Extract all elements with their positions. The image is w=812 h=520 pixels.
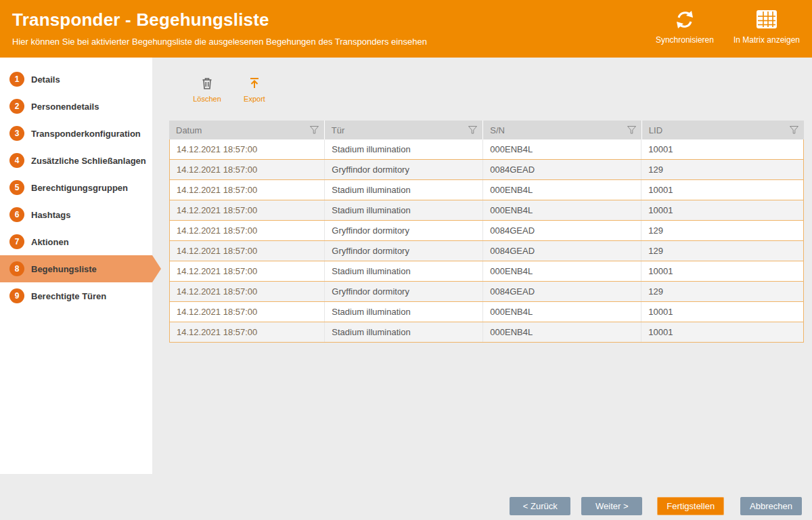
delete-label: Löschen xyxy=(193,95,221,103)
cell-lid: 129 xyxy=(641,221,803,240)
step-number-badge: 7 xyxy=(9,234,24,249)
cell-datum: 14.12.2021 18:57:00 xyxy=(170,241,325,261)
cell-lid: 10001 xyxy=(641,302,803,322)
main-row: 1Details2Personendetails3Transponderkonf… xyxy=(0,58,812,474)
page-title: Transponder - Begehungsliste xyxy=(12,9,427,30)
cell-tuer: Stadium illumination xyxy=(325,261,483,281)
export-icon xyxy=(248,77,261,93)
sync-icon xyxy=(675,9,695,32)
cell-tuer: Gryffindor dormitory xyxy=(325,241,483,261)
table-row[interactable]: 14.12.2021 18:57:00Gryffindor dormitory0… xyxy=(170,221,803,241)
next-button[interactable]: Weiter > xyxy=(581,497,642,515)
table-header-row: DatumTürS/NLID xyxy=(169,121,804,139)
filter-icon[interactable] xyxy=(627,126,636,134)
step-number-badge: 6 xyxy=(9,207,24,222)
cell-sn: 0084GEAD xyxy=(483,241,641,261)
export-button[interactable]: Export xyxy=(237,77,272,103)
table-row[interactable]: 14.12.2021 18:57:00Stadium illumination0… xyxy=(170,261,803,282)
sidebar-item-2[interactable]: 2Personendetails xyxy=(0,93,152,120)
sidebar-item-1[interactable]: 1Details xyxy=(0,66,152,93)
table-row[interactable]: 14.12.2021 18:57:00Stadium illumination0… xyxy=(170,302,803,322)
sidebar-item-label: Zusätzliche Schließanlagen xyxy=(31,156,146,166)
cell-sn: 0084GEAD xyxy=(483,160,641,179)
cell-datum: 14.12.2021 18:57:00 xyxy=(170,302,325,322)
cell-lid: 10001 xyxy=(641,261,803,281)
header-text: Transponder - Begehungsliste Hier können… xyxy=(12,9,427,47)
matrix-icon xyxy=(756,9,777,32)
cell-tuer: Gryffindor dormitory xyxy=(325,282,483,301)
step-number-badge: 8 xyxy=(9,261,24,276)
table-row[interactable]: 14.12.2021 18:57:00Stadium illumination0… xyxy=(170,139,803,160)
column-header-label: S/N xyxy=(490,125,505,135)
table-row[interactable]: 14.12.2021 18:57:00Gryffindor dormitory0… xyxy=(170,282,803,302)
sidebar-item-label: Details xyxy=(31,74,60,85)
step-number-badge: 1 xyxy=(9,72,24,87)
cell-lid: 10001 xyxy=(641,139,803,159)
column-header-2[interactable]: Tür xyxy=(325,121,484,139)
sidebar-item-7[interactable]: 7Aktionen xyxy=(0,228,152,255)
table-row[interactable]: 14.12.2021 18:57:00Stadium illumination0… xyxy=(170,180,803,200)
cell-tuer: Stadium illumination xyxy=(325,139,483,159)
column-header-label: Tür xyxy=(332,125,345,135)
cell-sn: 000ENB4L xyxy=(483,261,641,281)
app-header: Transponder - Begehungsliste Hier können… xyxy=(0,0,812,58)
table-row[interactable]: 14.12.2021 18:57:00Stadium illumination0… xyxy=(170,322,803,343)
header-actions: Synchronisieren In Matrix anzeigen xyxy=(654,9,800,45)
column-header-1[interactable]: Datum xyxy=(169,121,325,139)
sidebar-item-6[interactable]: 6Hashtags xyxy=(0,201,152,228)
step-number-badge: 4 xyxy=(9,153,24,168)
back-button[interactable]: < Zurück xyxy=(510,497,570,515)
sidebar-item-3[interactable]: 3Transponderkonfiguration xyxy=(0,120,152,147)
cell-tuer: Gryffindor dormitory xyxy=(325,221,483,240)
show-in-matrix-button[interactable]: In Matrix anzeigen xyxy=(734,9,800,45)
table-body: 14.12.2021 18:57:00Stadium illumination0… xyxy=(169,139,804,343)
synchronize-label: Synchronisieren xyxy=(656,35,714,45)
table-row[interactable]: 14.12.2021 18:57:00Gryffindor dormitory0… xyxy=(170,160,803,180)
cell-datum: 14.12.2021 18:57:00 xyxy=(170,200,325,220)
table-row[interactable]: 14.12.2021 18:57:00Gryffindor dormitory0… xyxy=(170,241,803,261)
sidebar-item-label: Personendetails xyxy=(31,102,99,112)
filter-icon[interactable] xyxy=(310,126,319,134)
sidebar-item-4[interactable]: 4Zusätzliche Schließanlagen xyxy=(0,147,152,174)
sidebar-item-label: Hashtags xyxy=(31,210,71,220)
cancel-button[interactable]: Abbrechen xyxy=(740,497,802,515)
cell-lid: 129 xyxy=(641,241,803,261)
cell-datum: 14.12.2021 18:57:00 xyxy=(170,261,325,281)
sidebar-item-label: Berechtigungsgruppen xyxy=(31,183,128,193)
cell-datum: 14.12.2021 18:57:00 xyxy=(170,139,325,159)
column-header-label: LID xyxy=(649,125,662,135)
sidebar-item-label: Transponderkonfiguration xyxy=(31,129,141,139)
cell-sn: 000ENB4L xyxy=(483,200,641,220)
cell-tuer: Stadium illumination xyxy=(325,322,483,342)
step-number-badge: 5 xyxy=(9,180,24,195)
cell-lid: 129 xyxy=(641,160,803,179)
step-number-badge: 9 xyxy=(9,288,24,303)
table-row[interactable]: 14.12.2021 18:57:00Stadium illumination0… xyxy=(170,200,803,221)
page-subtitle: Hier können Sie bei aktivierter Begehung… xyxy=(12,37,427,47)
delete-button[interactable]: Löschen xyxy=(189,77,225,103)
sidebar-item-9[interactable]: 9Berechtigte Türen xyxy=(0,282,152,309)
sidebar-item-label: Berechtigte Türen xyxy=(31,291,106,301)
cell-datum: 14.12.2021 18:57:00 xyxy=(170,221,325,240)
column-header-4[interactable]: LID xyxy=(642,121,804,139)
cell-sn: 000ENB4L xyxy=(483,302,641,322)
cell-tuer: Stadium illumination xyxy=(325,302,483,322)
cell-sn: 000ENB4L xyxy=(483,180,641,200)
sidebar-item-5[interactable]: 5Berechtigungsgruppen xyxy=(0,174,152,201)
wizard-step-sidebar: 1Details2Personendetails3Transponderkonf… xyxy=(0,58,152,474)
sidebar-item-label: Begehungsliste xyxy=(31,264,97,274)
cell-tuer: Stadium illumination xyxy=(325,180,483,200)
cell-sn: 0084GEAD xyxy=(483,221,641,240)
filter-icon[interactable] xyxy=(468,126,477,134)
finish-button[interactable]: Fertigstellen xyxy=(657,497,724,515)
column-header-label: Datum xyxy=(176,125,202,135)
synchronize-button[interactable]: Synchronisieren xyxy=(654,9,716,45)
sidebar-item-8[interactable]: 8Begehungsliste xyxy=(0,255,152,282)
cell-sn: 000ENB4L xyxy=(483,322,641,342)
filter-icon[interactable] xyxy=(790,126,798,134)
cell-datum: 14.12.2021 18:57:00 xyxy=(170,180,325,200)
cell-sn: 0084GEAD xyxy=(483,282,641,301)
column-header-3[interactable]: S/N xyxy=(483,121,642,139)
cell-datum: 14.12.2021 18:57:00 xyxy=(170,322,325,342)
cell-sn: 000ENB4L xyxy=(483,139,641,159)
